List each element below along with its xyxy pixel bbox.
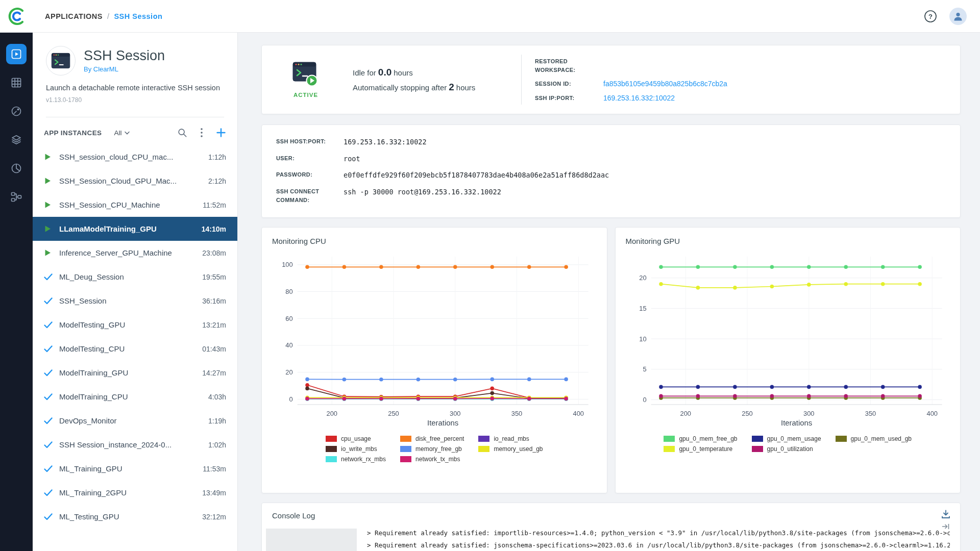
app-instance-row[interactable]: SSH_Session 36:16m <box>33 289 237 313</box>
instance-duration: 4:03h <box>208 393 226 401</box>
jump-to-end-button[interactable] <box>942 522 950 532</box>
app-byline-link[interactable]: By ClearML <box>84 65 165 73</box>
instance-name: SSH_session_cloud_CPU_mac... <box>59 153 203 161</box>
rail-item-workers[interactable] <box>6 101 27 121</box>
app-instance-row[interactable]: ML_Training_GPU 11:53m <box>33 457 237 481</box>
console-log-line: > Requirement already satisfied: jsonsch… <box>367 539 950 551</box>
legend-item-io_write_mbs[interactable]: io_write_mbs <box>326 445 386 453</box>
session-id-label: SESSION ID: <box>535 80 596 88</box>
running-status-icon <box>44 177 52 185</box>
legend-item-cpu_usage[interactable]: cpu_usage <box>326 435 386 442</box>
download-log-button[interactable] <box>941 509 951 521</box>
app-instance-row[interactable]: DevOps_Monitor 1:19h <box>33 409 237 433</box>
ssh-ipport-link[interactable]: 169.253.16.332:10022 <box>603 94 675 102</box>
app-instance-row[interactable]: ModelTraining_CPU 4:03h <box>33 385 237 409</box>
instance-duration: 19:55m <box>202 273 226 281</box>
user-avatar[interactable] <box>949 8 967 25</box>
instances-filter-dropdown[interactable]: All <box>114 129 129 137</box>
app-instance-row[interactable]: ML_Testing_GPU 32:12m <box>33 505 237 529</box>
instance-duration: 11:53m <box>203 465 226 473</box>
breadcrumb-applications[interactable]: APPLICATIONS <box>45 12 103 20</box>
panel-divider <box>46 117 224 117</box>
legend-item-disk_free_percent[interactable]: disk_free_percent <box>400 435 464 442</box>
rail-item-reports[interactable] <box>6 158 27 179</box>
legend-item-gpu_0_mem_usage[interactable]: gpu_0_mem_usage <box>752 435 821 442</box>
legend-item-gpu_0_temperature[interactable]: gpu_0_temperature <box>664 445 737 453</box>
instance-name: Inference_Server_GPU_Machine <box>59 248 197 257</box>
legend-item-gpu_0_mem_free_gb[interactable]: gpu_0_mem_free_gb <box>664 435 737 442</box>
add-instance-button[interactable] <box>216 128 226 138</box>
detail-label: SSH CONNECT COMMAND: <box>276 187 344 205</box>
gpu-monitoring-card: Monitoring GPU 05101520200250300350400It… <box>615 227 961 493</box>
legend-item-gpu_0_utilization[interactable]: gpu_0_utilization <box>752 445 821 453</box>
session-id-row: SESSION ID: fa853b6105e9459b80a825b6c8c7… <box>535 80 727 88</box>
detail-value: root <box>344 154 360 163</box>
completed-status-icon <box>44 465 53 472</box>
detail-value: e0f0effdfe929f60f209ebcb5f1878407783dae4… <box>344 170 609 180</box>
rail-item-applications[interactable] <box>6 44 27 64</box>
app-instance-row[interactable]: SSH_session_cloud_CPU_mac... 1:12h <box>33 145 237 169</box>
grid-icon <box>10 77 22 89</box>
running-status-icon <box>44 201 52 209</box>
console-log-card: Console Log > Requirement already satisf… <box>261 503 961 551</box>
topbar-actions: ? <box>924 8 967 25</box>
help-icon[interactable]: ? <box>924 10 937 23</box>
legend-label: gpu_0_mem_usage <box>767 435 821 442</box>
active-status-label: ACTIVE <box>285 92 326 98</box>
detail-row: SSH HOST:PORT: 169.253.16.332:10022 <box>276 137 946 146</box>
app-instance-row[interactable]: LLamaModelTraining_GPU 14:10m <box>33 217 237 241</box>
instances-menu-button[interactable] <box>200 128 203 138</box>
gpu-monitor-chart: 05101520200250300350400Iterations <box>626 251 950 430</box>
rail-item-datasets[interactable] <box>6 130 27 150</box>
svg-text:400: 400 <box>573 410 584 417</box>
app-instance-row[interactable]: SSH_Session_Cloud_GPU_Mac... 2:12h <box>33 169 237 193</box>
legend-item-gpu_0_mem_used_gb[interactable]: gpu_0_mem_used_gb <box>836 435 912 442</box>
rail-item-pipelines[interactable] <box>6 187 27 207</box>
svg-text:?: ? <box>928 13 933 20</box>
session-id-link[interactable]: fa853b6105e9459b80a825b6c8c7cb2a <box>603 80 727 88</box>
download-icon <box>941 509 951 519</box>
legend-item-io_read_mbs[interactable]: io_read_mbs <box>478 435 543 442</box>
app-version: v1.13.0-1780 <box>46 96 224 104</box>
app-icon <box>46 46 76 76</box>
legend-swatch <box>836 436 847 442</box>
layers-icon <box>10 134 22 146</box>
legend-item-network_rx_mbs[interactable]: network_rx_mbs <box>326 456 386 463</box>
legend-item-memory_free_gb[interactable]: memory_free_gb <box>400 445 464 453</box>
app-instance-row[interactable]: SSH Session_instance_2024-0... 1:02h <box>33 433 237 457</box>
svg-text:0: 0 <box>643 396 646 404</box>
top-bar: APPLICATIONS / SSH Session ? <box>0 0 980 33</box>
ssh-ipport-row: SSH IP:PORT: 169.253.16.332:10022 <box>535 94 727 103</box>
search-button[interactable] <box>177 128 187 138</box>
rail-item-projects[interactable] <box>6 72 27 93</box>
plus-icon <box>216 128 226 138</box>
active-session-icon <box>290 61 322 88</box>
app-instance-row[interactable]: ModelTesting_CPU 01:43m <box>33 337 237 361</box>
app-instance-row[interactable]: ML_Deug_Session 19:55m <box>33 265 237 289</box>
app-instance-row[interactable]: ML_Training_2GPU 13:49m <box>33 481 237 505</box>
legend-item-memory_used_gb[interactable]: memory_used_gb <box>478 445 543 453</box>
app-instances-title: APP INSTANCES <box>44 129 102 137</box>
legend-item-network_tx_mbs[interactable]: network_tx_mbs <box>400 456 464 463</box>
status-card-divider <box>521 55 522 105</box>
svg-text:5: 5 <box>643 365 646 373</box>
app-instance-row[interactable]: ModelTesting_GPU 13:21m <box>33 313 237 337</box>
app-instance-row[interactable]: Inference_Server_GPU_Machine 23:08m <box>33 241 237 265</box>
legend-swatch <box>326 456 337 462</box>
svg-text:15: 15 <box>639 305 646 312</box>
restored-workspace-label: RESTORED WORKSPACE: <box>535 57 596 74</box>
svg-text:Iterations: Iterations <box>427 418 458 427</box>
instance-name: SSH_Session_Cloud_GPU_Mac... <box>59 177 203 185</box>
instance-duration: 2:12h <box>208 177 226 185</box>
legend-swatch <box>664 446 675 452</box>
pie-chart-icon <box>10 162 22 174</box>
session-status-card: ACTIVE Idle for0.0hours Automatically st… <box>261 45 961 114</box>
completed-status-icon <box>44 489 53 496</box>
instance-duration: 14:27m <box>202 369 226 377</box>
legend-swatch <box>326 446 337 452</box>
legend-label: network_rx_mbs <box>341 456 386 463</box>
console-log-lines: > Requirement already satisfied: importl… <box>367 527 950 551</box>
svg-text:300: 300 <box>450 410 461 417</box>
app-instance-row[interactable]: ModelTraining_GPU 14:27m <box>33 361 237 385</box>
app-instance-row[interactable]: SSH_Session_CPU_Machine 11:52m <box>33 193 237 217</box>
